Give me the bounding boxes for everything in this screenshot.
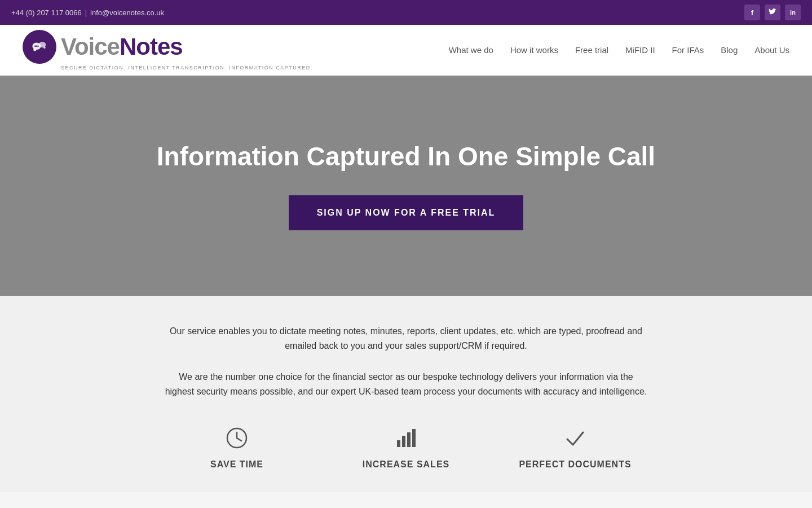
content-paragraph-2: We are the number one choice for the fin… — [164, 370, 648, 398]
logo-tagline: SECURE DICTATION. INTELLIGENT TRANSCRIPT… — [61, 65, 313, 71]
phone-number: +44 (0) 207 117 0066 — [11, 8, 82, 17]
svg-line-10 — [237, 438, 241, 441]
nav-what-we-do[interactable]: What we do — [449, 45, 493, 55]
increase-sales-label: INCREASE SALES — [363, 459, 449, 470]
nav-mifid[interactable]: MiFID II — [625, 45, 655, 55]
svg-rect-13 — [407, 432, 411, 447]
separator: | — [85, 8, 87, 17]
social-links: f in — [744, 5, 801, 20]
content-section: Our service enables you to dictate meeti… — [0, 296, 812, 492]
checkmark-icon — [564, 427, 586, 453]
twitter-icon[interactable] — [765, 5, 780, 20]
logo[interactable]: VoiceNotes SECURE DICTATION. INTELLIGENT… — [23, 30, 313, 71]
content-paragraph-1: Our service enables you to dictate meeti… — [164, 324, 648, 353]
linkedin-icon[interactable]: in — [785, 5, 801, 20]
logo-icon — [23, 30, 56, 64]
feature-perfect-documents: PERFECT DOCUMENTS — [491, 427, 660, 470]
logo-text: VoiceNotes — [61, 35, 183, 59]
bar-chart-icon — [395, 427, 417, 453]
nav-blog[interactable]: Blog — [721, 45, 738, 55]
svg-point-4 — [43, 46, 46, 49]
main-navigation: VoiceNotes SECURE DICTATION. INTELLIGENT… — [0, 25, 812, 76]
facebook-icon[interactable]: f — [744, 5, 760, 20]
nav-about-us[interactable]: About Us — [754, 45, 789, 55]
hero-section: Information Captured In One Simple Call … — [0, 76, 812, 296]
save-time-label: SAVE TIME — [210, 459, 263, 470]
svg-point-7 — [37, 45, 39, 47]
top-bar: +44 (0) 207 117 0066 | info@voicenotes.c… — [0, 0, 812, 25]
nav-free-trial[interactable]: Free trial — [575, 45, 608, 55]
nav-how-it-works[interactable]: How it works — [510, 45, 558, 55]
svg-rect-12 — [402, 436, 405, 447]
features-row: SAVE TIME INCREASE SALES PERFECT DOCUME — [152, 427, 660, 470]
svg-point-5 — [34, 45, 36, 47]
nav-links: What we do How it works Free trial MiFID… — [449, 45, 789, 55]
contact-info: +44 (0) 207 117 0066 | info@voicenotes.c… — [11, 8, 164, 17]
svg-rect-11 — [397, 440, 400, 447]
clock-icon — [226, 427, 248, 453]
svg-point-2 — [33, 48, 36, 51]
perfect-documents-label: PERFECT DOCUMENTS — [519, 459, 631, 470]
feature-save-time: SAVE TIME — [152, 427, 321, 470]
email-address: info@voicenotes.co.uk — [90, 8, 164, 17]
svg-rect-14 — [412, 429, 416, 447]
cta-signup-button[interactable]: SIGN UP NOW FOR A FREE TRIAL — [289, 195, 524, 230]
feature-increase-sales: INCREASE SALES — [321, 427, 491, 470]
svg-point-6 — [36, 45, 38, 47]
nav-for-ifas[interactable]: For IFAs — [672, 45, 704, 55]
hero-title: Information Captured In One Simple Call — [157, 141, 655, 172]
